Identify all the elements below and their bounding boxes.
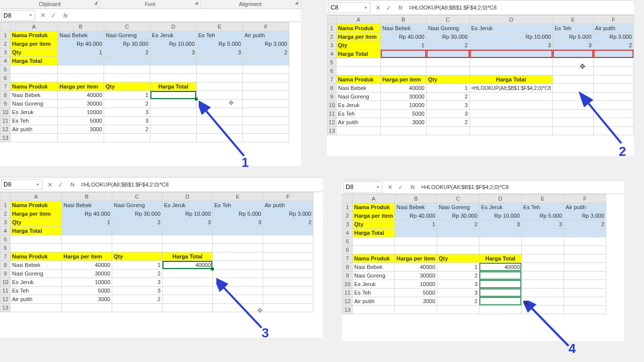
cell[interactable] [336, 127, 380, 135]
cell[interactable]: 3 [197, 48, 243, 57]
cell[interactable] [380, 127, 426, 135]
row-header[interactable]: 12 [343, 297, 353, 306]
cell[interactable]: Qty [104, 82, 150, 91]
cell[interactable]: Nama Produk [336, 75, 380, 84]
row-header[interactable]: 7 [1, 252, 11, 261]
cell[interactable]: 3 [104, 117, 150, 125]
dropdown-icon[interactable]: ▼ [29, 13, 33, 18]
cell[interactable] [104, 74, 150, 82]
cell[interactable]: Harga per item [353, 212, 395, 220]
cell[interactable]: Harga Total [150, 82, 197, 91]
cell[interactable] [469, 127, 553, 135]
cell[interactable]: Air putih [593, 24, 633, 33]
cell[interactable] [163, 227, 213, 235]
cell[interactable]: Es Teh [11, 287, 62, 295]
cell[interactable]: Es Teh [336, 110, 380, 118]
cell[interactable]: Qty [11, 48, 58, 57]
cell[interactable] [353, 306, 395, 314]
cell[interactable] [112, 235, 163, 244]
cell[interactable] [243, 57, 289, 65]
cell[interactable] [380, 58, 426, 67]
cell[interactable]: Nama Produk [336, 24, 380, 33]
cell[interactable]: 10000 [380, 101, 426, 110]
cell[interactable]: 3 [104, 108, 150, 117]
cell[interactable] [150, 125, 197, 134]
cell[interactable]: 2 [112, 269, 163, 278]
cell[interactable]: Air putih [11, 125, 58, 134]
cell[interactable] [263, 261, 313, 269]
cell[interactable] [263, 252, 313, 261]
cell[interactable]: 2 [112, 295, 163, 304]
formula-input[interactable]: =HLOOKUP(A8;$B$1:$F$4;2;0)*C8 [406, 5, 634, 11]
cell[interactable]: Harga Total [336, 50, 380, 58]
cell[interactable]: Nasi Goreng [426, 24, 469, 33]
cell[interactable] [522, 289, 564, 297]
cell[interactable] [163, 287, 213, 295]
cell[interactable]: Nasi Goreng [437, 203, 479, 212]
cell[interactable]: Rp 3.000 [243, 40, 289, 48]
cancel-icon[interactable]: ✕ [47, 181, 53, 189]
cell[interactable]: 3 [213, 218, 263, 227]
col-header[interactable]: B [58, 23, 104, 31]
cell[interactable]: 3 [553, 41, 593, 50]
cell[interactable]: 40000 [380, 84, 426, 93]
row-header[interactable]: 8 [343, 263, 353, 272]
cell[interactable]: Nasi Bebek [58, 31, 104, 40]
cancel-icon[interactable]: ✕ [387, 184, 393, 191]
row-header[interactable]: 3 [343, 220, 353, 229]
cell[interactable] [197, 65, 243, 74]
cell[interactable] [62, 244, 112, 252]
cell[interactable]: Qty [437, 254, 479, 263]
cell[interactable] [163, 244, 213, 252]
cell[interactable] [522, 272, 564, 280]
col-header[interactable]: C [426, 16, 469, 24]
cell[interactable] [104, 57, 150, 65]
row-header[interactable]: 5 [328, 58, 337, 67]
col-header[interactable]: F [593, 16, 633, 24]
cell[interactable] [469, 101, 553, 110]
col-header[interactable]: C [112, 193, 163, 201]
cell[interactable] [353, 246, 395, 254]
cell[interactable]: Nama Produk [353, 203, 395, 212]
row-header[interactable]: 1 [343, 203, 353, 212]
cell[interactable]: 40000 [395, 263, 437, 272]
cell[interactable]: Es Teh [522, 203, 564, 212]
row-header[interactable]: 7 [1, 82, 11, 91]
fx-icon[interactable]: fx [408, 184, 418, 190]
cell[interactable]: Harga per item [336, 33, 380, 41]
cell[interactable] [426, 58, 469, 67]
cell[interactable]: Harga per item [58, 82, 104, 91]
cell[interactable] [150, 65, 197, 74]
col-header[interactable]: E [553, 16, 593, 24]
cell[interactable] [104, 134, 150, 142]
cell[interactable]: Air putih [243, 31, 289, 40]
cell[interactable]: 10000 [395, 280, 437, 289]
cell[interactable] [104, 65, 150, 74]
cell[interactable] [213, 261, 263, 269]
cell[interactable]: Qty [112, 252, 163, 261]
cell[interactable] [479, 272, 522, 280]
cell[interactable]: 2 [104, 125, 150, 134]
row-header[interactable]: 11 [1, 117, 11, 125]
cell[interactable]: 5000 [58, 117, 104, 125]
cell[interactable]: Rp 30.000 [426, 33, 469, 41]
cell[interactable]: Nasi Bebek [353, 263, 395, 272]
cell[interactable] [11, 65, 58, 74]
cell[interactable] [395, 306, 437, 314]
cell[interactable] [163, 304, 213, 312]
cell[interactable]: 3 [469, 41, 553, 50]
cell[interactable] [564, 280, 606, 289]
cell[interactable]: 3000 [62, 295, 112, 304]
col-header[interactable]: B [395, 195, 437, 203]
cell[interactable]: Harga per item [11, 210, 62, 218]
col-header[interactable]: D [469, 16, 553, 24]
cell[interactable] [336, 67, 380, 75]
enter-icon[interactable]: ✓ [386, 4, 391, 12]
cell[interactable] [426, 50, 469, 58]
cell[interactable] [112, 227, 163, 235]
cell[interactable]: Es Jeruk [479, 203, 522, 212]
cancel-icon[interactable]: ✕ [40, 12, 46, 19]
col-header[interactable] [1, 23, 11, 31]
cell[interactable] [163, 295, 213, 304]
cell[interactable]: Qty [336, 41, 380, 50]
